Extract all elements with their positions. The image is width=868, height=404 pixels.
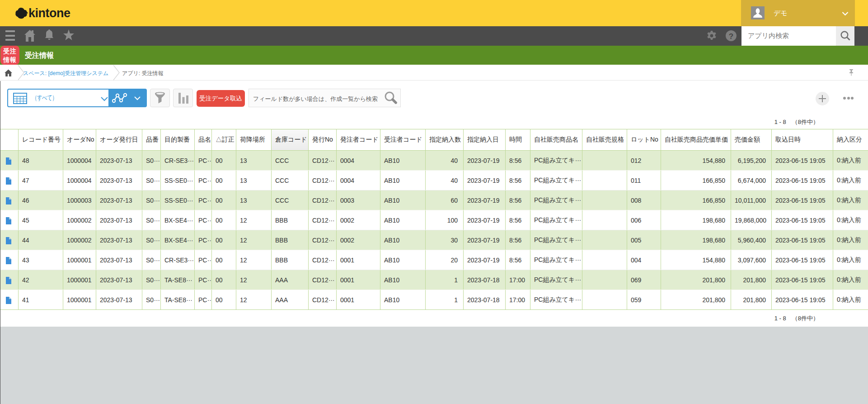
svg-text:?: ? [729,32,733,41]
